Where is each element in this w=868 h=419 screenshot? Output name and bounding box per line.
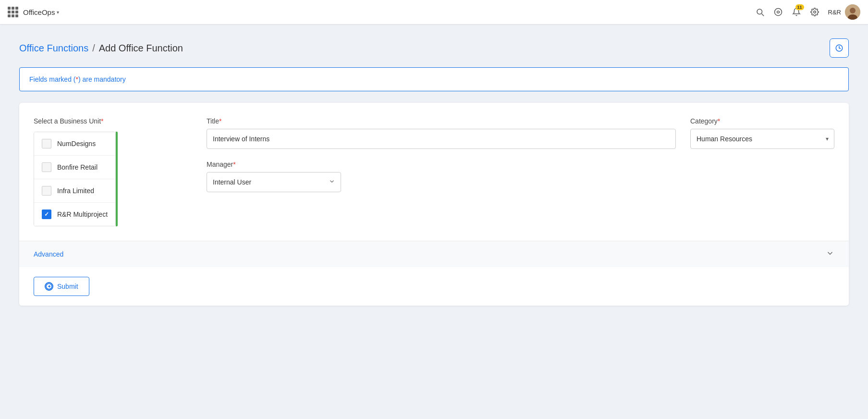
category-select[interactable]: Human Resources Operations Finance IT [690, 129, 834, 149]
business-unit-list: NumDesigns Bonfire Retail Infra Limited [34, 132, 116, 226]
navbar-right: 11 R&R [755, 4, 860, 20]
manager-select[interactable]: Internal User External User [207, 172, 341, 192]
bu-checkbox-bonfire [42, 162, 51, 172]
bu-name-bonfire: Bonfire Retail [57, 163, 98, 171]
advanced-label: Advanced [34, 250, 63, 258]
bu-checkbox-rnr [42, 210, 51, 219]
advanced-section[interactable]: Advanced [19, 241, 849, 267]
svg-point-5 [850, 8, 856, 13]
bu-name-infra: Infra Limited [57, 187, 94, 195]
mandatory-text-after: ) are mandatory [78, 75, 126, 83]
title-category-row: Title* Category* Human Resources Operati… [207, 117, 834, 149]
form-fields: Title* Category* Human Resources Operati… [207, 117, 834, 226]
bu-name-rnr: R&R Multiproject [57, 210, 108, 218]
avatar [845, 4, 860, 20]
bu-item-bonfire[interactable]: Bonfire Retail [34, 156, 115, 179]
manager-row: Manager* Internal User External User [207, 160, 834, 192]
category-required-star: * [718, 117, 720, 125]
app-name[interactable]: OfficeOps ▾ [23, 8, 59, 16]
business-unit-section: Select a Business Unit* NumDesigns Bonfi… [34, 117, 187, 226]
category-select-wrapper: Human Resources Operations Finance IT ▾ [690, 129, 834, 149]
title-field-group: Title* [207, 117, 676, 149]
settings-icon[interactable] [810, 7, 819, 17]
business-unit-label: Select a Business Unit* [34, 117, 187, 125]
app-name-label: OfficeOps [23, 8, 55, 16]
submit-icon [45, 282, 53, 291]
svg-point-3 [813, 11, 816, 13]
user-initials: R&R [828, 9, 841, 16]
bu-checkbox-numdesigns [42, 139, 51, 148]
category-label: Category* [690, 117, 834, 125]
svg-point-0 [757, 9, 762, 14]
bu-item-infra[interactable]: Infra Limited [34, 179, 115, 203]
svg-line-1 [761, 14, 764, 16]
navbar: OfficeOps ▾ 11 [0, 0, 868, 24]
bu-item-numdesigns[interactable]: NumDesigns [34, 132, 115, 156]
user-section[interactable]: R&R [828, 4, 860, 20]
manager-select-wrapper: Internal User External User [207, 172, 341, 192]
notification-icon[interactable]: 11 [792, 7, 801, 17]
manager-field-group: Manager* Internal User External User [207, 160, 341, 192]
submit-button[interactable]: Submit [34, 277, 89, 296]
manager-label: Manager* [207, 160, 341, 168]
breadcrumb: Office Functions / Add Office Function [19, 38, 849, 58]
manager-required-star: * [233, 160, 235, 168]
app-dropdown-icon: ▾ [57, 10, 59, 15]
selected-line-indicator [116, 132, 118, 226]
business-unit-list-wrapper: NumDesigns Bonfire Retail Infra Limited [34, 132, 187, 226]
bu-item-rnr[interactable]: R&R Multiproject [34, 203, 115, 226]
title-label: Title* [207, 117, 676, 125]
form-footer: Submit [19, 267, 849, 306]
history-button[interactable] [830, 38, 849, 58]
breadcrumb-link[interactable]: Office Functions [19, 43, 88, 54]
title-input[interactable] [207, 129, 676, 149]
palette-icon[interactable] [773, 7, 783, 17]
svg-point-2 [774, 9, 782, 16]
form-container: Select a Business Unit* NumDesigns Bonfi… [19, 103, 849, 306]
bu-name-numdesigns: NumDesigns [57, 140, 96, 148]
form-body: Select a Business Unit* NumDesigns Bonfi… [19, 103, 849, 241]
mandatory-text-before: Fields marked ( [29, 75, 75, 83]
category-field-group: Category* Human Resources Operations Fin… [690, 117, 834, 149]
notification-badge: 11 [795, 4, 804, 10]
grid-icon[interactable] [8, 7, 18, 17]
navbar-left: OfficeOps ▾ [8, 7, 755, 17]
bu-checkbox-infra [42, 186, 51, 196]
advanced-chevron-icon [826, 249, 834, 259]
breadcrumb-separator: / [92, 43, 95, 54]
business-unit-required-star: * [101, 117, 103, 125]
title-required-star: * [219, 117, 221, 125]
main-content: Office Functions / Add Office Function F… [0, 24, 868, 320]
submit-label: Submit [57, 283, 78, 290]
search-icon[interactable] [755, 7, 765, 17]
breadcrumb-text: Office Functions / Add Office Function [19, 43, 183, 54]
breadcrumb-current: Add Office Function [99, 43, 183, 54]
mandatory-notice: Fields marked (*) are mandatory [19, 67, 849, 91]
